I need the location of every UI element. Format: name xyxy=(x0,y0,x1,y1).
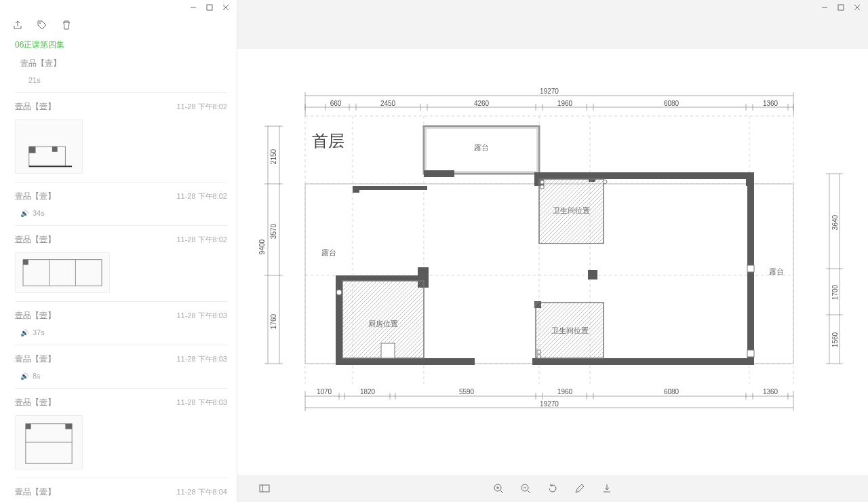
plan-title: 首层 xyxy=(312,132,344,150)
list-item[interactable]: 壹品【壹】 11-28 下午8:02 xyxy=(15,93,227,182)
room-label-terrace-left: 露台 xyxy=(321,248,336,256)
zoom-in-button[interactable] xyxy=(492,482,505,495)
svg-rect-87 xyxy=(532,358,753,365)
svg-point-96 xyxy=(603,180,607,184)
close-button[interactable] xyxy=(218,1,234,14)
viewer-window-controls xyxy=(237,0,868,15)
list-item[interactable]: 壹品【壹】 11-28 下午8:02 🔊 34s xyxy=(15,182,227,226)
sidebar: 06正课第四集 壹品【壹】 21s 壹品【壹】 11-28 下午8:02 xyxy=(0,0,237,502)
list-item[interactable]: 壹品【壹】 11-28 下午8:03 🔊 8s xyxy=(15,345,227,389)
svg-text:1560: 1560 xyxy=(831,332,839,347)
item-time: 11-28 下午8:02 xyxy=(176,191,227,201)
audio-icon: 🔊 xyxy=(20,329,28,336)
item-title: 壹品【壹】 xyxy=(15,58,61,69)
edit-button[interactable] xyxy=(573,482,587,495)
svg-text:6080: 6080 xyxy=(664,100,679,107)
duration-label: 34s xyxy=(33,209,45,217)
svg-rect-82 xyxy=(353,186,427,190)
svg-rect-15 xyxy=(65,424,72,429)
item-title: 壹品【壹】 xyxy=(15,101,56,113)
svg-text:1360: 1360 xyxy=(763,388,778,395)
dim-top-total: 19270 xyxy=(540,88,559,95)
download-button[interactable] xyxy=(600,482,614,495)
list-item[interactable]: 壹品【壹】 11-28 下午8:03 🔊 37s xyxy=(15,302,227,345)
floor-plan-canvas[interactable]: 19270 xyxy=(237,49,868,475)
svg-rect-16 xyxy=(26,424,31,429)
maximize-button[interactable] xyxy=(201,1,218,14)
duration-label: 37s xyxy=(33,328,45,336)
svg-rect-94 xyxy=(540,180,544,184)
minimize-button[interactable] xyxy=(816,1,833,14)
svg-rect-78 xyxy=(424,170,454,177)
zoom-out-button[interactable] xyxy=(519,482,532,495)
svg-text:1820: 1820 xyxy=(360,388,376,395)
message-list[interactable]: 壹品【壹】 21s 壹品【壹】 11-28 下午8:02 壹品【壹】 11 xyxy=(0,58,237,502)
svg-rect-99 xyxy=(537,355,540,358)
svg-line-129 xyxy=(500,490,503,493)
svg-text:9400: 9400 xyxy=(258,239,266,254)
svg-point-4 xyxy=(39,22,41,24)
room-label-terrace-right: 露台 xyxy=(769,267,784,275)
item-title: 壹品【壹】 xyxy=(15,353,56,365)
audio-icon: 🔊 xyxy=(20,372,28,380)
collapse-sidebar-button[interactable] xyxy=(258,482,271,495)
svg-rect-104 xyxy=(747,350,754,357)
thumbnail[interactable] xyxy=(15,119,83,174)
duration-label: 21s xyxy=(20,76,41,84)
list-item[interactable]: 壹品【壹】 11-28 下午8:04 🔊 20s xyxy=(15,478,227,502)
svg-text:1960: 1960 xyxy=(557,100,573,107)
room-label-bath1: 卫生间位置 xyxy=(553,206,590,214)
svg-rect-12 xyxy=(23,260,28,265)
item-time: 11-28 下午8:03 xyxy=(176,311,227,321)
item-time: 11-28 下午8:03 xyxy=(176,398,227,408)
tag-icon[interactable] xyxy=(37,20,47,31)
item-time: 11-28 下午8:03 xyxy=(176,354,227,364)
room-label-bath2: 卫生间位置 xyxy=(551,326,589,334)
item-title: 壹品【壹】 xyxy=(15,486,56,498)
close-button[interactable] xyxy=(849,1,865,14)
item-time: 11-28 下午8:02 xyxy=(176,102,227,112)
svg-rect-102 xyxy=(381,343,395,358)
item-title: 壹品【壹】 xyxy=(15,310,56,322)
thumbnail[interactable] xyxy=(15,415,83,469)
list-item[interactable]: 壹品【壹】 11-28 下午8:03 xyxy=(15,389,227,478)
minimize-button[interactable] xyxy=(185,1,201,14)
list-item[interactable]: 壹品【壹】 11-28 下午8:02 xyxy=(15,226,227,302)
svg-rect-6 xyxy=(29,147,36,153)
svg-rect-98 xyxy=(537,350,540,353)
svg-text:1070: 1070 xyxy=(317,388,332,395)
svg-text:4260: 4260 xyxy=(474,100,490,107)
trash-icon[interactable] xyxy=(61,20,72,31)
svg-text:3570: 3570 xyxy=(270,223,277,239)
image-viewer: 19270 xyxy=(237,0,868,502)
svg-rect-103 xyxy=(747,265,754,272)
svg-text:2150: 2150 xyxy=(270,149,277,164)
viewer-toolbar xyxy=(237,475,868,502)
svg-rect-83 xyxy=(336,275,342,364)
audio-icon: 🔊 xyxy=(20,210,28,217)
thumbnail[interactable] xyxy=(15,252,110,293)
share-icon[interactable] xyxy=(12,20,23,31)
item-time: 11-28 下午8:04 xyxy=(176,487,227,497)
maximize-button[interactable] xyxy=(833,1,849,14)
svg-rect-126 xyxy=(260,485,269,492)
svg-text:1700: 1700 xyxy=(831,284,839,300)
sidebar-title: 06正课第四集 xyxy=(0,35,237,58)
svg-text:660: 660 xyxy=(330,100,342,107)
svg-rect-86 xyxy=(336,358,475,365)
svg-rect-7 xyxy=(52,147,58,152)
room-label-terrace-top: 露台 xyxy=(474,143,489,151)
svg-rect-95 xyxy=(540,185,544,189)
svg-text:1960: 1960 xyxy=(557,388,573,395)
rotate-button[interactable] xyxy=(546,482,559,495)
svg-text:3640: 3640 xyxy=(831,214,839,230)
room-label-kitchen: 厨房位置 xyxy=(368,320,398,328)
svg-text:1360: 1360 xyxy=(763,100,778,107)
sidebar-window-controls xyxy=(0,0,237,15)
svg-rect-1 xyxy=(207,5,212,10)
svg-rect-89 xyxy=(588,270,597,279)
item-title: 壹品【壹】 xyxy=(15,191,56,202)
svg-rect-9 xyxy=(23,260,102,286)
list-item[interactable]: 壹品【壹】 21s xyxy=(15,58,227,93)
svg-rect-84 xyxy=(336,275,424,281)
